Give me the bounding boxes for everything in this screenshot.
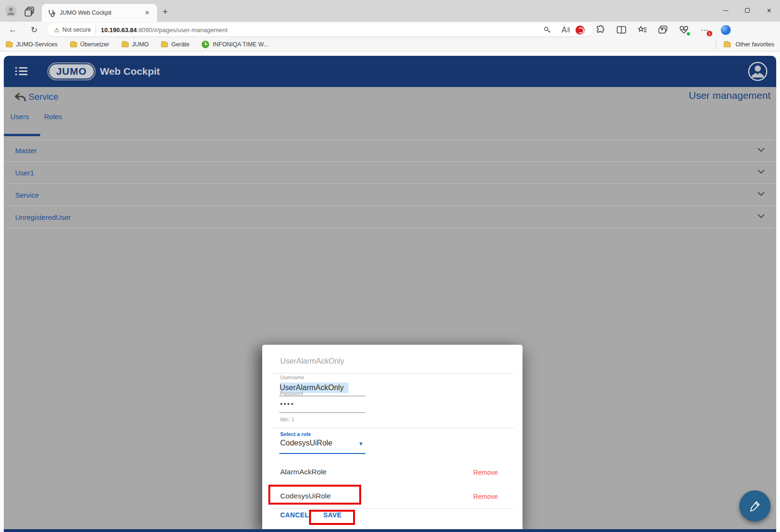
maximize-button[interactable] [736, 0, 758, 21]
role-select-label: Select a role [280, 431, 311, 437]
read-aloud-icon[interactable] [561, 26, 570, 34]
address-toolbar: ← ↻ ⚠ Not secure 10.190.63.84 :8090/#/pa… [0, 22, 780, 38]
annotation-box-save [309, 510, 355, 525]
assigned-role-name: AlarmAckRole [280, 468, 327, 476]
minimize-icon [723, 10, 728, 11]
username-underline [279, 396, 365, 396]
edit-fab-button[interactable] [739, 490, 771, 522]
page-title: User management [689, 90, 771, 101]
extensions-puzzle-icon[interactable] [595, 25, 606, 35]
chevron-down-icon[interactable] [757, 148, 765, 152]
password-input[interactable]: •••• [280, 400, 294, 407]
bookmarks-bar: JUMO-Services Übersetzer JUMO Geräte INF… [0, 38, 780, 52]
browser-window: JUMO Web Cockpit ✕ + ✕ ← ↻ ⚠ Not secure … [0, 0, 780, 532]
chevron-down-icon[interactable] [757, 214, 765, 218]
back-nav-icon[interactable]: ← [5, 22, 21, 38]
toolbar-extensions-area: ⋯1 [575, 22, 731, 38]
user-row[interactable]: User1 [4, 162, 776, 184]
edit-user-dialog: UserAlarmAckOnly Username UserAlarmAckOn… [262, 345, 523, 529]
tab-capture-icon[interactable] [658, 25, 668, 35]
tab-title: JUMO Web Cockpit [60, 9, 139, 16]
settings-more-icon[interactable]: ⋯1 [700, 25, 710, 35]
tab-close-icon[interactable]: ✕ [143, 9, 151, 17]
bookmark-item[interactable]: INFONIQA TIME W... [202, 41, 268, 48]
url-host: 10.190.63.84 [101, 26, 137, 34]
browser-tab-active[interactable]: JUMO Web Cockpit ✕ [42, 4, 157, 22]
bookmarks-divider [716, 40, 716, 49]
clock-icon [202, 41, 209, 48]
refresh-icon[interactable]: ↻ [26, 22, 42, 38]
back-arrow-icon[interactable] [14, 92, 27, 103]
dialog-title: UserAlarmAckOnly [280, 357, 344, 366]
bottom-app-edge [4, 529, 776, 532]
username-label: Username [280, 375, 304, 380]
tab-roles[interactable]: Roles [44, 113, 62, 121]
folder-icon [724, 42, 731, 47]
password-underline [279, 412, 365, 413]
chevron-down-icon[interactable] [757, 192, 765, 196]
essentials-status-dot [686, 32, 691, 36]
role-select[interactable]: CodesysUiRole [280, 439, 332, 447]
new-tab-button[interactable]: + [159, 6, 171, 18]
bookmark-item[interactable]: JUMO-Services [6, 41, 58, 48]
split-screen-icon[interactable] [616, 25, 627, 35]
user-row[interactable]: Service [4, 184, 776, 206]
user-row[interactable]: UnregisteredUser [4, 206, 776, 228]
workspaces-icon[interactable] [25, 6, 35, 17]
user-avatar-icon[interactable] [748, 61, 768, 81]
notification-badge: 1 [707, 31, 712, 36]
url-path: :8090/#/pages/user-management [137, 26, 228, 34]
profile-icon[interactable] [5, 5, 17, 17]
tab-favicon [47, 9, 55, 17]
password-hint: Min: 1 [280, 417, 294, 422]
remove-role-link[interactable]: Remove [473, 469, 498, 476]
select-caret-icon[interactable]: ▼ [358, 441, 363, 446]
app-header: JUMO Web Cockpit [4, 56, 776, 87]
divider [271, 508, 514, 509]
maximize-icon [745, 8, 750, 13]
menu-list-icon[interactable] [15, 67, 27, 76]
adblock-extension-icon[interactable] [575, 25, 585, 35]
folder-icon [122, 42, 129, 47]
password-key-icon[interactable] [543, 26, 551, 34]
divider [271, 428, 514, 428]
bookmark-item[interactable]: Geräte [161, 41, 189, 48]
pencil-icon [749, 500, 761, 512]
chevron-down-icon[interactable] [757, 169, 765, 174]
jumo-logo: JUMO [47, 62, 96, 80]
remove-role-link[interactable]: Remove [473, 493, 498, 500]
product-title: Web Cockpit [100, 66, 160, 77]
minimize-button[interactable] [715, 0, 736, 21]
tab-users[interactable]: Users [10, 113, 29, 121]
copilot-icon[interactable] [720, 25, 731, 35]
folder-icon [6, 42, 13, 47]
other-favorites[interactable]: Other favorites [716, 40, 774, 49]
user-row[interactable]: Master [4, 140, 776, 162]
bookmark-item[interactable]: Übersetzer [70, 41, 109, 48]
folder-icon [70, 42, 77, 47]
tab-strip: JUMO Web Cockpit ✕ + ✕ [0, 0, 780, 22]
url-divider [96, 26, 96, 34]
role-select-underline [279, 453, 365, 454]
folder-icon [161, 42, 168, 47]
collections-icon[interactable] [637, 25, 647, 35]
user-list: Master User1 Service UnregisteredUser [4, 140, 776, 228]
browser-essentials-icon[interactable] [679, 25, 689, 35]
close-button[interactable]: ✕ [758, 0, 780, 21]
bookmark-item[interactable]: JUMO [122, 41, 149, 48]
cancel-button[interactable]: CANCEL [280, 511, 309, 519]
active-tab-indicator [4, 134, 40, 136]
warning-icon: ⚠ [54, 26, 60, 34]
not-secure-label[interactable]: Not secure [62, 26, 91, 33]
address-bar[interactable]: ⚠ Not secure 10.190.63.84 :8090/#/pages/… [47, 23, 593, 36]
nav-back-label[interactable]: Service [28, 92, 58, 102]
divider [271, 373, 514, 374]
annotation-box-codesysuirole [268, 485, 361, 505]
